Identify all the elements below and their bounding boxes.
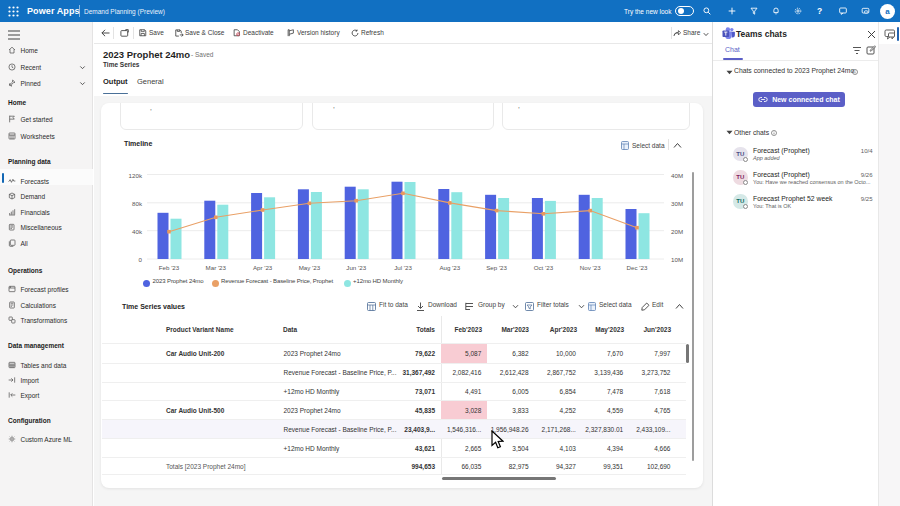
svg-text:Mar '23: Mar '23 bbox=[206, 264, 227, 271]
svg-text:Aug '23: Aug '23 bbox=[439, 264, 460, 271]
svg-text:20M: 20M bbox=[671, 228, 683, 235]
svg-text:May '23: May '23 bbox=[299, 264, 321, 271]
svg-text:Apr '23: Apr '23 bbox=[253, 264, 273, 271]
svg-text:80k: 80k bbox=[132, 200, 143, 207]
svg-text:Sep '23: Sep '23 bbox=[486, 264, 507, 271]
svg-text:40M: 40M bbox=[671, 172, 683, 179]
svg-text:120k: 120k bbox=[129, 172, 143, 179]
svg-text:0: 0 bbox=[139, 256, 143, 263]
svg-text:40k: 40k bbox=[132, 228, 143, 235]
svg-text:Jul '23: Jul '23 bbox=[394, 264, 412, 271]
svg-text:Dec '23: Dec '23 bbox=[627, 264, 648, 271]
svg-text:Jun '23: Jun '23 bbox=[346, 264, 366, 271]
svg-text:Nov '23: Nov '23 bbox=[580, 264, 601, 271]
svg-text:10M: 10M bbox=[671, 256, 683, 263]
svg-text:Feb '23: Feb '23 bbox=[159, 264, 180, 271]
svg-text:Oct '23: Oct '23 bbox=[534, 264, 554, 271]
svg-text:30M: 30M bbox=[671, 200, 683, 207]
